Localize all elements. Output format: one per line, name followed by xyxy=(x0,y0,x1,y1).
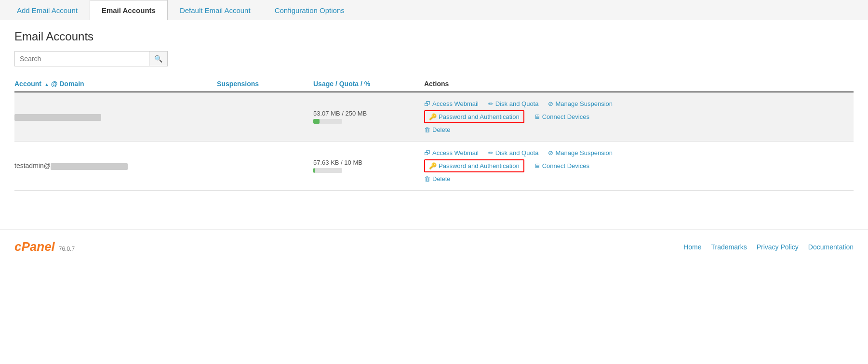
usage-cell-row1: 53.07 MB / 250 MB xyxy=(313,110,424,124)
actions-cell-row2: 🗗 Access Webmail ✏ Disk and Quota ⊘ Mana… xyxy=(424,149,854,182)
tab-email-accounts[interactable]: Email Accounts xyxy=(90,0,168,20)
suspension-icon: ⊘ xyxy=(548,149,553,156)
footer-link-trademarks[interactable]: Trademarks xyxy=(711,243,747,251)
actions-row2-bot: 🗑 Delete xyxy=(424,175,854,182)
version-label: 76.0.7 xyxy=(59,246,75,252)
search-input[interactable] xyxy=(14,51,149,66)
webmail-icon: 🗗 xyxy=(424,100,430,107)
usage-text-row2: 57.63 KB / 10 MB xyxy=(313,159,424,166)
table-header: Account ▲ @ Domain Suspensions Usage / Q… xyxy=(14,76,854,92)
redacted-account-row1 xyxy=(14,114,101,121)
col-header-actions: Actions xyxy=(424,80,854,88)
delete-icon: 🗑 xyxy=(424,126,430,133)
connect-devices-link-row2[interactable]: 🖥 Connect Devices xyxy=(534,162,589,169)
cpanel-logo: cPanel xyxy=(14,239,55,254)
footer: cPanel 76.0.7 Home Trademarks Privacy Po… xyxy=(0,229,868,264)
disk-icon: ✏ xyxy=(488,100,494,107)
disk-quota-link-row2[interactable]: ✏ Disk and Quota xyxy=(488,149,539,156)
delete-link-row2[interactable]: 🗑 Delete xyxy=(424,175,451,182)
actions-row1-bot: 🗑 Delete xyxy=(424,126,854,133)
tab-config-options[interactable]: Configuration Options xyxy=(263,0,357,20)
footer-link-privacy[interactable]: Privacy Policy xyxy=(757,243,799,251)
disk-icon: ✏ xyxy=(488,149,494,156)
connect-devices-link-row1[interactable]: 🖥 Connect Devices xyxy=(534,113,589,120)
usage-bar-fill-row1 xyxy=(313,119,320,124)
page-title: Email Accounts xyxy=(14,30,854,43)
footer-link-home[interactable]: Home xyxy=(683,243,701,251)
password-auth-link-row1[interactable]: 🔑 Password and Authentication xyxy=(424,110,524,123)
account-name-row2: testadmin@ xyxy=(14,162,217,169)
footer-link-docs[interactable]: Documentation xyxy=(808,243,854,251)
usage-bar-row2 xyxy=(313,168,342,173)
actions-row2-top: 🗗 Access Webmail ✏ Disk and Quota ⊘ Mana… xyxy=(424,149,854,156)
actions-cell-row1: 🗗 Access Webmail ✏ Disk and Quota ⊘ Mana… xyxy=(424,100,854,133)
delete-icon: 🗑 xyxy=(424,175,430,182)
key-icon: 🔑 xyxy=(429,162,437,169)
suspension-icon: ⊘ xyxy=(548,100,553,107)
search-row: 🔍 xyxy=(14,51,854,66)
actions-row1-mid: 🔑 Password and Authentication 🖥 Connect … xyxy=(424,110,854,123)
col-header-suspensions: Suspensions xyxy=(217,80,313,88)
access-webmail-link-row2[interactable]: 🗗 Access Webmail xyxy=(424,149,479,156)
search-button[interactable]: 🔍 xyxy=(149,51,168,66)
actions-row2-mid: 🔑 Password and Authentication 🖥 Connect … xyxy=(424,159,854,172)
footer-brand: cPanel 76.0.7 xyxy=(14,239,75,254)
col-header-usage: Usage / Quota / % xyxy=(313,80,424,88)
usage-text-row1: 53.07 MB / 250 MB xyxy=(313,110,424,117)
usage-bar-row1 xyxy=(313,119,342,124)
tab-default-email[interactable]: Default Email Account xyxy=(168,0,263,20)
devices-icon: 🖥 xyxy=(534,113,540,120)
page-content: Email Accounts 🔍 Account ▲ @ Domain Susp… xyxy=(0,20,868,200)
manage-suspension-link-row1[interactable]: ⊘ Manage Suspension xyxy=(548,100,613,107)
webmail-icon: 🗗 xyxy=(424,149,430,156)
account-name-row1 xyxy=(14,113,217,120)
tab-add-email[interactable]: Add Email Account xyxy=(5,0,90,20)
disk-quota-link-row1[interactable]: ✏ Disk and Quota xyxy=(488,100,539,107)
redacted-domain-row2 xyxy=(51,163,128,170)
sort-arrow-icon[interactable]: ▲ xyxy=(44,82,49,87)
password-auth-link-row2[interactable]: 🔑 Password and Authentication xyxy=(424,159,524,172)
account-prefix-row2: testadmin@ xyxy=(14,162,51,169)
col-header-account: Account ▲ @ Domain xyxy=(14,80,217,88)
manage-suspension-link-row2[interactable]: ⊘ Manage Suspension xyxy=(548,149,613,156)
key-icon: 🔑 xyxy=(429,113,437,120)
access-webmail-link-row1[interactable]: 🗗 Access Webmail xyxy=(424,100,479,107)
usage-bar-fill-row2 xyxy=(313,168,315,173)
footer-links: Home Trademarks Privacy Policy Documenta… xyxy=(683,243,854,251)
delete-link-row1[interactable]: 🗑 Delete xyxy=(424,126,451,133)
actions-row1-top: 🗗 Access Webmail ✏ Disk and Quota ⊘ Mana… xyxy=(424,100,854,107)
table-row: 53.07 MB / 250 MB 🗗 Access Webmail ✏ Dis… xyxy=(14,92,854,142)
devices-icon: 🖥 xyxy=(534,162,540,169)
tabs-bar: Add Email Account Email Accounts Default… xyxy=(0,0,868,20)
table-row: testadmin@ 57.63 KB / 10 MB 🗗 Access Web… xyxy=(14,142,854,191)
usage-cell-row2: 57.63 KB / 10 MB xyxy=(313,159,424,173)
